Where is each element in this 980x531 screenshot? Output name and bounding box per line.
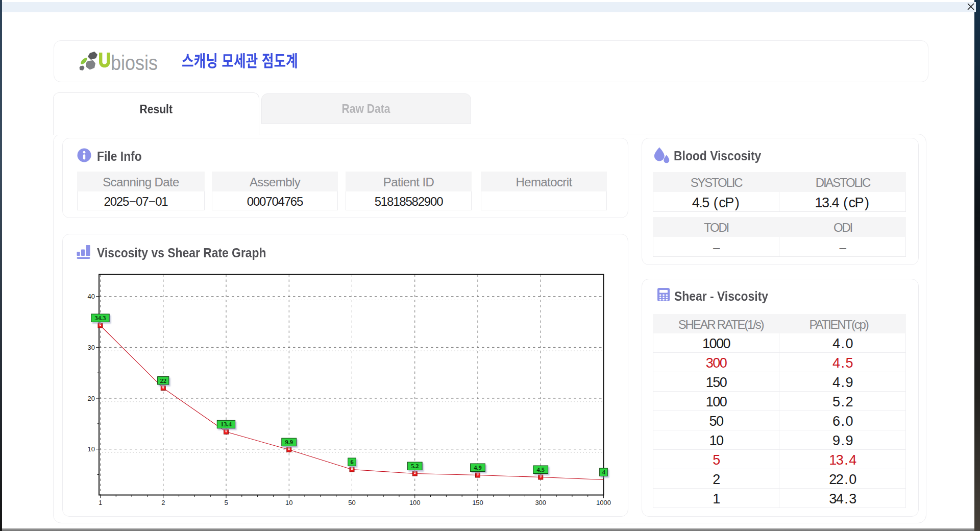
svg-text:100: 100	[409, 499, 421, 506]
svg-text:34.3: 34.3	[95, 315, 106, 322]
svg-text:4.9: 4.9	[474, 464, 482, 471]
svg-text:30: 30	[88, 344, 95, 351]
svg-text:biosis: biosis	[111, 52, 158, 74]
svg-text:6: 6	[350, 458, 353, 466]
svg-text:1000: 1000	[596, 499, 611, 506]
svg-text:300: 300	[535, 499, 546, 506]
svg-text:20: 20	[88, 395, 95, 402]
svg-text:50: 50	[348, 499, 355, 506]
svg-text:5: 5	[224, 499, 228, 506]
svg-text:5.2: 5.2	[411, 463, 419, 470]
svg-text:10: 10	[88, 445, 95, 453]
svg-text:13.4: 13.4	[220, 421, 232, 428]
svg-text:40: 40	[88, 293, 95, 300]
svg-text:2: 2	[161, 499, 165, 506]
svg-text:4: 4	[602, 469, 605, 476]
svg-text:9.9: 9.9	[285, 439, 293, 446]
svg-text:4.5: 4.5	[536, 466, 545, 473]
svg-text:22: 22	[160, 377, 167, 384]
svg-text:150: 150	[472, 499, 483, 506]
svg-text:1: 1	[99, 499, 102, 506]
svg-text:10: 10	[285, 499, 292, 506]
